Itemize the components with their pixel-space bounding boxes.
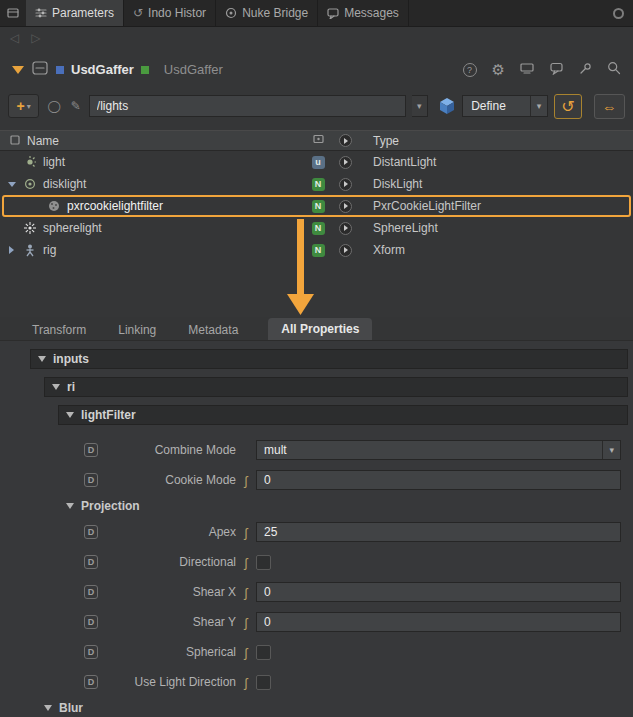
shear-y-input[interactable] (256, 612, 621, 632)
record-icon[interactable] (603, 0, 633, 26)
default-flag-badge[interactable]: D (84, 525, 98, 539)
tree-header: Name Type (0, 130, 633, 151)
parameters-pane: Parameters ↺ Indo Histor Nuke Bridge Mes… (0, 0, 633, 717)
activation-column-icon (339, 134, 352, 147)
collapse-triangle-icon (52, 384, 60, 390)
sliders-icon (35, 7, 47, 19)
expression-icon[interactable]: ʃ (236, 525, 256, 540)
activation-toggle-icon[interactable] (339, 222, 352, 235)
expander-open-icon[interactable] (6, 182, 17, 187)
composition-badge: N (312, 178, 325, 191)
reload-icon: ↺ (561, 97, 574, 116)
tree-row-light[interactable]: light u DistantLight (0, 151, 633, 173)
expression-icon[interactable]: ʃ (236, 473, 256, 488)
scope-icon[interactable]: ◯ (45, 99, 62, 113)
display-column-icon (313, 134, 324, 148)
activation-toggle-icon[interactable] (339, 200, 352, 213)
back-icon[interactable]: ◁ (10, 31, 19, 45)
param-apex: D Apex ʃ (0, 517, 633, 547)
section-projection[interactable]: Projection (0, 495, 633, 517)
apex-input[interactable] (256, 522, 621, 542)
directional-checkbox[interactable] (256, 555, 271, 570)
disk-light-icon (22, 177, 38, 191)
expression-icon[interactable]: ʃ (236, 615, 256, 630)
expression-icon[interactable]: ʃ (236, 675, 256, 690)
edit-icon[interactable]: ✎ (69, 99, 83, 113)
xform-rig-icon (22, 243, 38, 257)
gear-icon[interactable]: ⚙ (492, 62, 505, 77)
history-icon: ↺ (133, 6, 143, 20)
composition-badge: N (312, 200, 325, 213)
usd-cube-icon (438, 97, 456, 115)
tree-row-disklight[interactable]: disklight N DiskLight (0, 173, 633, 195)
light-filter-icon (46, 199, 62, 213)
tab-messages[interactable]: Messages (318, 0, 409, 26)
chevron-down-icon: ▾ (530, 96, 548, 116)
tab-undo-history[interactable]: ↺ Indo Histor (124, 0, 216, 26)
nav-row: ◁ ▷ (0, 27, 633, 49)
default-flag-badge[interactable]: D (84, 473, 98, 487)
forward-icon[interactable]: ▷ (31, 31, 40, 45)
default-flag-badge[interactable]: D (84, 615, 98, 629)
cookie-mode-input[interactable] (256, 470, 621, 490)
combine-mode-select[interactable]: mult ▾ (256, 440, 621, 460)
node-path-label: UsdGaffer (164, 62, 223, 77)
tab-linking[interactable]: Linking (116, 320, 158, 340)
spherical-checkbox[interactable] (256, 645, 271, 660)
section-blur[interactable]: Blur (0, 697, 633, 717)
expand-collapse-button[interactable]: ⇔ (594, 94, 625, 119)
display-flag-square[interactable] (141, 66, 149, 74)
activation-toggle-icon[interactable] (339, 156, 352, 169)
add-prim-button[interactable]: + ▾ (8, 94, 39, 118)
define-dropdown[interactable]: Define ▾ (462, 95, 548, 117)
default-flag-badge[interactable]: D (84, 585, 98, 599)
type-column-header: Type (359, 134, 633, 148)
scene-tree: light u DistantLight disklight N DiskLig… (0, 151, 633, 261)
default-flag-badge[interactable]: D (84, 675, 98, 689)
tab-metadata[interactable]: Metadata (186, 320, 240, 340)
use-light-direction-checkbox[interactable] (256, 675, 271, 690)
default-flag-badge[interactable]: D (84, 645, 98, 659)
prim-path-input[interactable] (89, 95, 406, 117)
comment-icon[interactable] (550, 62, 564, 78)
define-label: Define (471, 99, 506, 113)
collapse-triangle-icon[interactable] (12, 66, 24, 74)
collapse-triangle-icon (44, 705, 52, 711)
expander-closed-icon[interactable] (6, 246, 17, 254)
pane-menu-icon[interactable] (0, 0, 26, 26)
tree-row-pxrcookielightfilter[interactable]: pxrcookielightfilter N PxrCookieLightFil… (0, 195, 633, 217)
path-history-button[interactable]: ▾ (412, 95, 429, 117)
group-ri[interactable]: ri (44, 377, 628, 397)
default-flag-badge[interactable]: D (84, 555, 98, 569)
tab-nuke-bridge[interactable]: Nuke Bridge (216, 0, 318, 26)
group-inputs[interactable]: inputs (30, 349, 628, 369)
input-flag-square[interactable] (56, 66, 64, 74)
default-flag-badge[interactable]: D (84, 443, 98, 457)
expression-icon[interactable]: ʃ (236, 555, 256, 570)
group-lightfilter[interactable]: lightFilter (58, 405, 628, 425)
tab-parameters[interactable]: Parameters (26, 0, 124, 26)
expression-icon[interactable]: ʃ (236, 645, 256, 660)
nuke-icon (225, 7, 237, 19)
node-name: UsdGaffer (71, 62, 134, 77)
tree-row-spherelight[interactable]: spherelight N SphereLight (0, 217, 633, 239)
display-options-icon[interactable] (520, 62, 535, 78)
composition-badge: N (312, 222, 325, 235)
top-tab-bar: Parameters ↺ Indo Histor Nuke Bridge Mes… (0, 0, 633, 27)
tab-label: Parameters (52, 6, 114, 20)
help-icon[interactable]: ? (463, 63, 477, 77)
chevron-down-icon: ▾ (602, 441, 620, 459)
tab-transform[interactable]: Transform (30, 320, 88, 340)
collapse-triangle-icon (66, 503, 74, 509)
collapse-triangle-icon (38, 356, 46, 362)
search-icon[interactable] (607, 61, 621, 78)
reload-button[interactable]: ↺ (554, 94, 581, 119)
expression-icon[interactable]: ʃ (236, 585, 256, 600)
tab-all-properties[interactable]: All Properties (268, 318, 372, 340)
activation-toggle-icon[interactable] (339, 244, 352, 257)
shear-x-input[interactable] (256, 582, 621, 602)
tree-row-rig[interactable]: rig N Xform (0, 239, 633, 261)
pin-icon[interactable] (579, 62, 592, 78)
activation-toggle-icon[interactable] (339, 178, 352, 191)
distant-light-icon (22, 155, 38, 169)
